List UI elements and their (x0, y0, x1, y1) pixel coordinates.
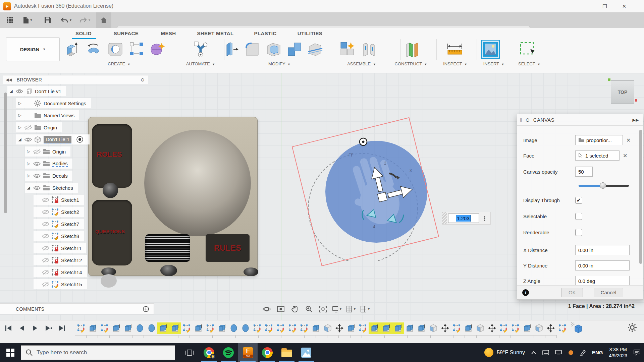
dialog-scrollbar[interactable] (639, 130, 642, 264)
timeline-feature-ellipse[interactable] (228, 322, 239, 334)
group-label-select[interactable]: SELECT ▼ (518, 61, 540, 66)
group-label-inspect[interactable]: INSPECT ▼ (443, 61, 467, 66)
visibility-eye-icon[interactable] (32, 149, 42, 154)
minimize-button[interactable]: – (576, 0, 595, 12)
collapse-arrow-icon[interactable]: ◢ (16, 137, 23, 142)
browser-row-sketch15[interactable]: Sketch15 (34, 279, 87, 289)
combine-icon[interactable] (286, 41, 303, 58)
tab-sheet-metal[interactable]: SHEET METAL (197, 31, 233, 36)
popover-menu-icon[interactable]: ••• (484, 216, 485, 221)
selectable-checkbox[interactable] (575, 213, 582, 220)
group-label-automate[interactable]: AUTOMATE ▼ (186, 61, 215, 66)
timeline-feature-component[interactable] (427, 322, 439, 334)
browser-row-sketch1[interactable]: Sketch1 (34, 195, 84, 205)
status-dot-icon[interactable] (568, 350, 574, 356)
scale-handle[interactable] (386, 212, 405, 225)
timeline-feature-extrude-highlighted[interactable] (380, 322, 392, 334)
taskbar-app-chrome-profile[interactable] (258, 343, 277, 362)
play-button[interactable] (31, 324, 40, 333)
model-body[interactable]: ROLES QUESTIONS RULES (88, 117, 258, 276)
step-back-button[interactable] (17, 324, 26, 333)
comments-bar[interactable]: COMMENTS (0, 303, 154, 314)
browser-row-named-views[interactable]: ▷Named Views (16, 110, 79, 120)
visibility-eye-icon[interactable] (23, 125, 33, 130)
model-knob[interactable] (244, 267, 258, 276)
visibility-eye-icon[interactable] (32, 185, 42, 190)
expand-arrow-icon[interactable]: ▷ (25, 161, 32, 166)
browser-row-bodies[interactable]: ▷Bodies (25, 159, 72, 169)
timeline-feature-component[interactable] (533, 322, 545, 334)
timeline-feature-sketch[interactable] (181, 322, 193, 334)
ok-button[interactable]: OK (561, 288, 583, 297)
browser-row-origin[interactable]: ▷Origin (16, 122, 62, 132)
timeline-feature-component[interactable] (474, 322, 486, 334)
app-grid-icon[interactable] (5, 12, 15, 28)
tab-utilities[interactable]: UTILITIES (298, 31, 322, 36)
step-forward-button[interactable] (44, 324, 53, 333)
tab-surface[interactable]: SURFACE (114, 31, 139, 36)
timeline-feature-extrude[interactable] (521, 322, 533, 334)
timeline-feature-ellipse[interactable] (146, 322, 157, 334)
model-sphere[interactable] (144, 130, 251, 236)
taskbar-app-chrome[interactable] (199, 343, 219, 362)
revolve-icon[interactable] (85, 41, 103, 58)
timeline-feature-extrude[interactable] (463, 322, 474, 334)
taskbar-app-task-view[interactable] (180, 343, 199, 362)
activate-component-radio[interactable] (75, 135, 85, 144)
insert-canvas-icon[interactable] (482, 41, 499, 58)
canvas-dialog-header[interactable]: ‖ ⊖ CANVAS ▶▶ (517, 114, 643, 126)
visibility-eye-icon[interactable] (41, 209, 50, 215)
timeline-feature-sketch[interactable] (498, 322, 509, 334)
browser-header[interactable]: ◀◀ BROWSER ⊖ (3, 75, 148, 84)
display-settings-icon[interactable]: ▼ (332, 304, 342, 314)
model-questions-slot[interactable]: QUESTIONS (92, 200, 132, 265)
browser-scrollbar[interactable] (4, 93, 7, 213)
touch-keyboard-icon[interactable] (542, 350, 549, 355)
expand-arrow-icon[interactable]: ▷ (25, 173, 32, 178)
taskbar-app-spotify[interactable] (219, 343, 238, 362)
collapse-arrow-icon[interactable]: ◢ (25, 185, 32, 190)
tab-plastic[interactable]: PLASTIC (254, 31, 277, 36)
browser-row-decals[interactable]: ▷Decals (25, 171, 72, 181)
taskbar-clock[interactable]: 8:38 PM 4/9/2023 (609, 347, 628, 359)
automate-icon[interactable] (192, 41, 209, 58)
z-angle-input[interactable]: 0.0 deg (575, 276, 630, 286)
timeline-feature-sketch[interactable] (509, 322, 521, 334)
comments-add-icon[interactable] (143, 306, 149, 312)
timeline-feature-extrude[interactable] (87, 322, 99, 334)
timeline-feature-move[interactable] (439, 322, 451, 334)
visibility-eye-icon[interactable] (32, 161, 42, 166)
canvas-manipulator[interactable] (335, 133, 446, 234)
group-label-construct[interactable]: CONSTRUCT ▼ (395, 61, 427, 66)
move-x-arrow[interactable] (387, 184, 414, 201)
visibility-eye-icon[interactable] (41, 246, 50, 251)
fillet-icon[interactable] (244, 41, 261, 58)
browser-row-don-t-lie-1[interactable]: ◢Don't Lie:1 (16, 134, 90, 144)
grid-icon[interactable]: ▼ (346, 304, 356, 314)
expand-arrow-icon[interactable]: ▷ (16, 125, 23, 130)
browser-row-sketches[interactable]: ◢Sketches (25, 183, 78, 193)
go-to-start-button[interactable] (4, 324, 13, 333)
look-at-icon[interactable] (276, 304, 286, 314)
press-pull-icon[interactable] (223, 41, 240, 58)
select-icon[interactable] (519, 41, 537, 58)
split-body-icon[interactable] (307, 41, 324, 58)
collapse-arrow-icon[interactable]: ◢ (7, 89, 15, 94)
timeline-feature-sketch[interactable] (298, 322, 310, 334)
image-value-box[interactable]: proportior... (575, 135, 623, 145)
timeline-feature-move[interactable] (333, 322, 345, 334)
hole-icon[interactable] (107, 41, 124, 58)
timeline-feature-extrude[interactable] (404, 322, 416, 334)
timeline-feature-extrude-highlighted[interactable] (169, 322, 181, 334)
dialog-expand-icon[interactable]: ▶▶ (633, 118, 639, 122)
expand-arrow-icon[interactable]: ▷ (16, 113, 23, 118)
timeline-feature-extrude-highlighted[interactable] (369, 322, 380, 334)
slider-handle[interactable] (600, 182, 606, 189)
timeline-feature-extrude[interactable] (216, 322, 228, 334)
go-to-end-button[interactable] (58, 324, 66, 333)
popover-drag-handle[interactable] (442, 212, 447, 224)
timeline-feature-sketch[interactable] (75, 322, 87, 334)
browser-row-sketch14[interactable]: Sketch14 (34, 267, 87, 277)
y-distance-input[interactable]: 0.00 in (575, 260, 630, 270)
timeline-feature-sketch[interactable] (357, 322, 369, 334)
